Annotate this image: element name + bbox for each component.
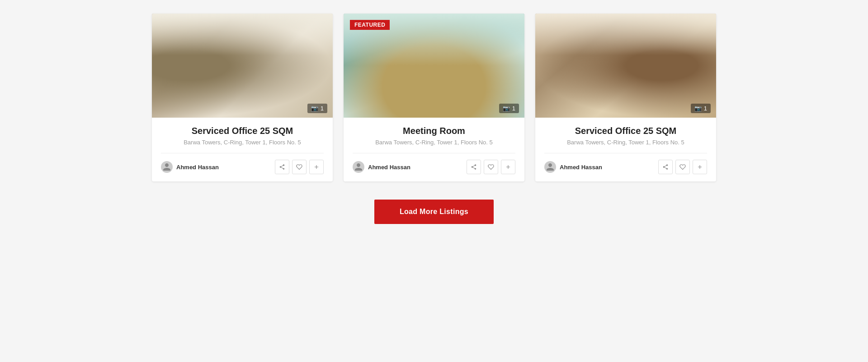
card-title-1: Serviced Office 25 SQM <box>161 126 324 136</box>
camera-icon: 📷 <box>694 105 702 112</box>
favorite-button-3[interactable] <box>675 160 690 174</box>
plus-icon <box>313 164 320 170</box>
agent-name-1: Ahmed Hassan <box>176 164 219 171</box>
photo-count-value: 1 <box>704 105 707 112</box>
card-footer-2: Ahmed Hassan <box>353 153 515 174</box>
share-button-3[interactable] <box>658 160 673 174</box>
card-actions-1 <box>275 160 324 174</box>
camera-icon: 📷 <box>503 105 510 112</box>
user-icon <box>354 162 363 171</box>
card-footer-3: Ahmed Hassan <box>544 153 707 174</box>
card-image-2[interactable]: FEATURED 📷 1 <box>344 14 524 118</box>
heart-icon <box>488 164 494 170</box>
user-icon <box>546 162 555 171</box>
featured-badge: FEATURED <box>350 20 390 30</box>
favorite-button-1[interactable] <box>292 160 307 174</box>
card-title-3: Serviced Office 25 SQM <box>544 126 707 136</box>
card-actions-2 <box>467 160 515 174</box>
heart-icon <box>679 164 686 170</box>
photo-count-3: 📷 1 <box>691 104 711 113</box>
plus-icon <box>505 164 511 170</box>
agent-info-1: Ahmed Hassan <box>161 161 219 173</box>
agent-avatar-2 <box>353 161 364 173</box>
load-more-button[interactable]: Load More Listings <box>374 200 494 224</box>
share-icon <box>279 164 285 170</box>
agent-info-2: Ahmed Hassan <box>353 161 410 173</box>
share-icon <box>471 164 477 170</box>
plus-icon <box>697 164 703 170</box>
card-title-2: Meeting Room <box>353 126 515 136</box>
photo-count-value: 1 <box>512 105 515 112</box>
listing-card-2: FEATURED 📷 1 Meeting Room Barwa Towers, … <box>344 14 524 181</box>
share-button-1[interactable] <box>275 160 289 174</box>
favorite-button-2[interactable] <box>484 160 498 174</box>
cards-container: 📷 1 Serviced Office 25 SQM Barwa Towers,… <box>140 14 728 181</box>
listing-card-3: 📷 1 Serviced Office 25 SQM Barwa Towers,… <box>535 14 716 181</box>
card-image-3[interactable]: 📷 1 <box>535 14 716 118</box>
card-body-3: Serviced Office 25 SQM Barwa Towers, C-R… <box>535 118 716 181</box>
photo-count-1: 📷 1 <box>307 104 327 113</box>
share-button-2[interactable] <box>467 160 481 174</box>
card-address-2: Barwa Towers, C-Ring, Tower 1, Floors No… <box>353 139 515 146</box>
agent-info-3: Ahmed Hassan <box>544 161 602 173</box>
add-button-1[interactable] <box>309 160 324 174</box>
photo-count-2: 📷 1 <box>499 104 519 113</box>
card-actions-3 <box>658 160 707 174</box>
photo-count-value: 1 <box>321 105 324 112</box>
card-address-1: Barwa Towers, C-Ring, Tower 1, Floors No… <box>161 139 324 146</box>
card-body-2: Meeting Room Barwa Towers, C-Ring, Tower… <box>344 118 524 181</box>
agent-name-3: Ahmed Hassan <box>560 164 602 171</box>
share-icon <box>662 164 669 170</box>
agent-avatar-3 <box>544 161 556 173</box>
card-address-3: Barwa Towers, C-Ring, Tower 1, Floors No… <box>544 139 707 146</box>
add-button-2[interactable] <box>501 160 515 174</box>
card-footer-1: Ahmed Hassan <box>161 153 324 174</box>
user-icon <box>162 162 171 171</box>
heart-icon <box>296 164 302 170</box>
agent-avatar-1 <box>161 161 173 173</box>
camera-icon: 📷 <box>311 105 318 112</box>
agent-name-2: Ahmed Hassan <box>368 164 410 171</box>
card-body-1: Serviced Office 25 SQM Barwa Towers, C-R… <box>152 118 333 181</box>
listing-card-1: 📷 1 Serviced Office 25 SQM Barwa Towers,… <box>152 14 333 181</box>
card-image-1[interactable]: 📷 1 <box>152 14 333 118</box>
add-button-3[interactable] <box>693 160 707 174</box>
